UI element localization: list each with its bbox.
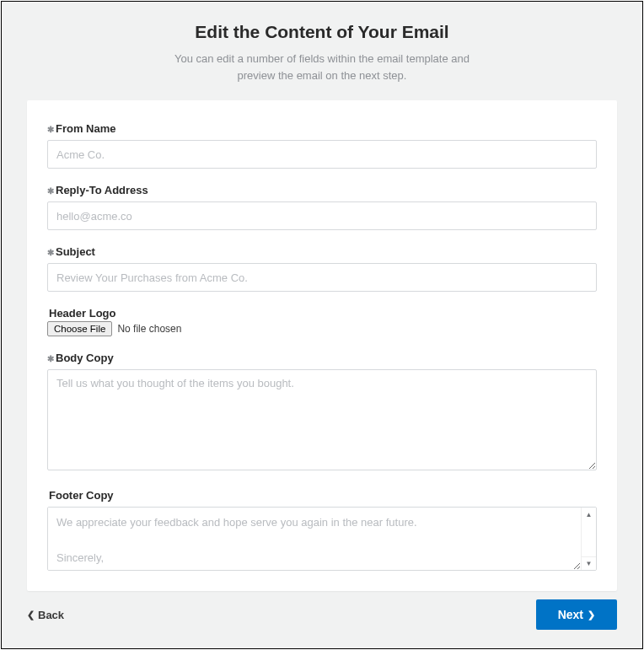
body-copy-label-text: Body Copy bbox=[56, 352, 114, 364]
next-button[interactable]: Next ❯ bbox=[536, 599, 617, 630]
subject-input[interactable] bbox=[47, 263, 597, 292]
subject-label-text: Subject bbox=[56, 245, 95, 258]
required-asterisk-icon: ✱ bbox=[47, 186, 54, 196]
file-status-text: No file chosen bbox=[117, 323, 181, 335]
from-name-label-text: From Name bbox=[56, 122, 116, 135]
from-name-label: ✱ From Name bbox=[47, 122, 597, 135]
scroll-up-icon[interactable]: ▲ bbox=[582, 508, 596, 521]
from-name-input[interactable] bbox=[47, 140, 597, 169]
next-label: Next bbox=[558, 608, 583, 621]
choose-file-button[interactable]: Choose File bbox=[47, 321, 112, 336]
body-copy-label: ✱ Body Copy bbox=[47, 352, 597, 364]
required-asterisk-icon: ✱ bbox=[47, 125, 54, 134]
footer-copy-textarea[interactable] bbox=[48, 508, 581, 570]
required-asterisk-icon: ✱ bbox=[47, 354, 54, 363]
footer-copy-label: Footer Copy bbox=[47, 489, 597, 502]
reply-to-label: ✱ Reply-To Address bbox=[47, 184, 597, 196]
header-logo-label: Header Logo bbox=[47, 307, 597, 320]
subject-label: ✱ Subject bbox=[47, 245, 597, 258]
chevron-left-icon: ❮ bbox=[27, 610, 35, 620]
form-card: ✱ From Name ✱ Reply-To Address ✱ Subject… bbox=[27, 100, 617, 591]
back-button[interactable]: ❮ Back bbox=[27, 609, 64, 621]
reply-to-label-text: Reply-To Address bbox=[56, 184, 148, 196]
subtitle-line-2: preview the email on the next step. bbox=[238, 69, 407, 82]
body-copy-textarea[interactable] bbox=[47, 369, 597, 470]
textarea-scrollbar[interactable]: ▲ ▼ bbox=[581, 508, 596, 570]
page-subtitle: You can edit a number of fields within t… bbox=[19, 51, 625, 83]
back-label: Back bbox=[38, 609, 64, 621]
required-asterisk-icon: ✱ bbox=[47, 248, 54, 257]
subtitle-line-1: You can edit a number of fields within t… bbox=[174, 52, 470, 65]
reply-to-input[interactable] bbox=[47, 201, 597, 230]
page-title: Edit the Content of Your Email bbox=[19, 22, 625, 42]
scroll-down-icon[interactable]: ▼ bbox=[582, 556, 596, 570]
chevron-right-icon: ❯ bbox=[588, 610, 595, 620]
